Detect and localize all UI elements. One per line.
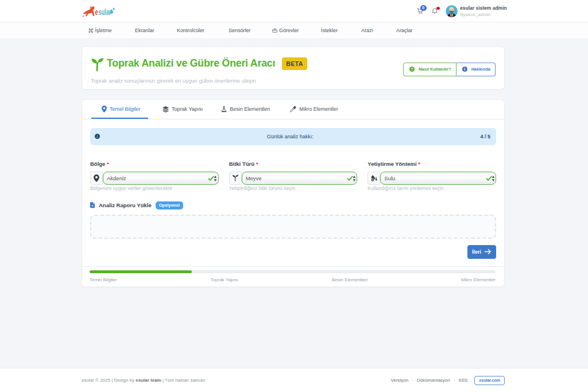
svg-text:e: e [95, 7, 98, 17]
svg-text:sular: sular [98, 7, 111, 17]
